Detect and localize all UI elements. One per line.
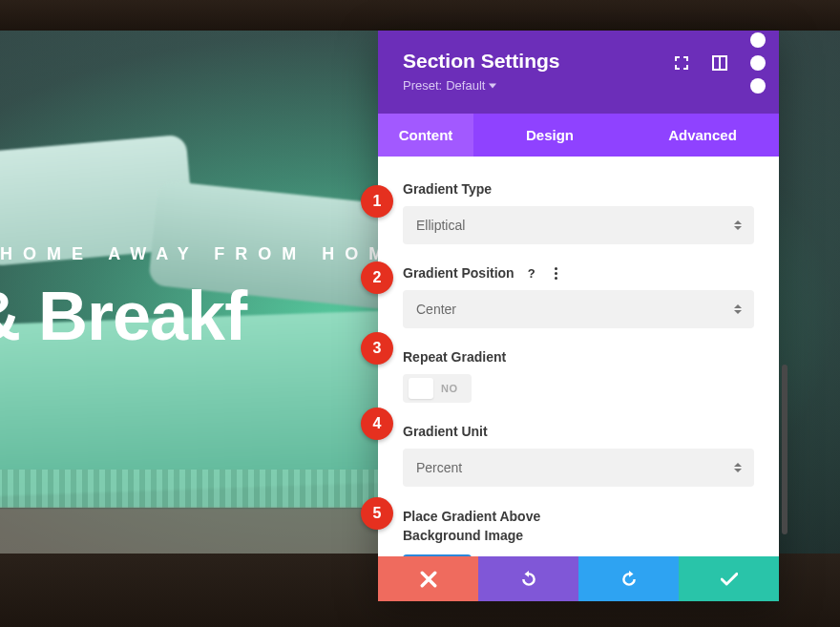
gradient-unit-value: Percent (416, 460, 462, 475)
gradient-type-select[interactable]: Elliptical (403, 206, 754, 244)
options-icon[interactable] (549, 265, 564, 281)
help-icon[interactable]: ? (524, 265, 539, 281)
preset-prefix: Preset: (403, 78, 442, 93)
app-stage: HOME AWAY FROM HOM d & Breakf Section Se… (0, 0, 840, 627)
gradient-type-value: Elliptical (416, 218, 465, 233)
gradient-above-label: Place Gradient Above Background Image (403, 508, 594, 545)
panel-preset[interactable]: Preset: Default (403, 78, 760, 93)
field-gradient-unit: Gradient Unit Percent (403, 424, 754, 487)
svg-point-3 (750, 55, 766, 71)
panel-footer (378, 556, 779, 601)
tab-content[interactable]: Content (378, 114, 473, 157)
gradient-type-label: Gradient Type (403, 181, 492, 197)
callout-badge-2: 2 (361, 261, 393, 294)
close-icon (420, 571, 437, 588)
callout-badge-3: 3 (361, 332, 393, 365)
panel-header-actions (674, 55, 766, 71)
panel-body: Gradient Type Elliptical Gradient Positi… (378, 157, 779, 614)
undo-icon (520, 571, 537, 588)
save-button[interactable] (679, 556, 779, 601)
columns-icon[interactable] (712, 55, 727, 71)
redo-icon (620, 571, 638, 588)
gradient-unit-label: Gradient Unit (403, 424, 488, 439)
field-repeat-gradient: Repeat Gradient NO (403, 349, 754, 403)
toggle-knob (409, 378, 433, 399)
expand-icon[interactable] (674, 55, 689, 71)
preset-value: Default (446, 78, 485, 93)
undo-button[interactable] (478, 556, 578, 601)
field-gradient-position: Gradient Position ? Center (403, 265, 754, 328)
hero-title: d & Breakf (0, 277, 246, 355)
select-caret-icon (733, 220, 743, 230)
svg-point-4 (750, 78, 766, 94)
tab-advanced[interactable]: Advanced (626, 114, 779, 157)
callout-badge-5: 5 (361, 497, 393, 530)
panel-scrollbar[interactable] (782, 365, 788, 534)
chevron-down-icon (489, 82, 496, 90)
hero-tagline: HOME AWAY FROM HOM (0, 244, 393, 264)
callout-badge-1: 1 (361, 185, 393, 218)
panel-tabs: Content Design Advanced (378, 114, 779, 157)
select-caret-icon (733, 463, 743, 472)
repeat-gradient-label: Repeat Gradient (403, 349, 506, 365)
select-caret-icon (733, 304, 743, 314)
gradient-position-select[interactable]: Center (403, 290, 754, 328)
panel-header: Section Settings Preset: Default (378, 31, 779, 114)
redo-button[interactable] (578, 556, 679, 601)
svg-point-2 (750, 32, 766, 48)
check-icon (721, 571, 738, 588)
more-menu-icon[interactable] (750, 55, 766, 71)
repeat-gradient-toggle[interactable]: NO (403, 374, 472, 403)
tab-design[interactable]: Design (473, 114, 626, 157)
bg-wood-top (0, 0, 840, 31)
gradient-unit-select[interactable]: Percent (403, 449, 754, 487)
section-settings-panel: Section Settings Preset: Default Content (378, 31, 779, 601)
gradient-position-label: Gradient Position (403, 265, 514, 281)
gradient-position-value: Center (416, 302, 456, 317)
field-gradient-type: Gradient Type Elliptical (403, 181, 754, 244)
cancel-button[interactable] (378, 556, 478, 601)
callout-badge-4: 4 (361, 408, 393, 440)
repeat-gradient-value: NO (441, 383, 458, 394)
